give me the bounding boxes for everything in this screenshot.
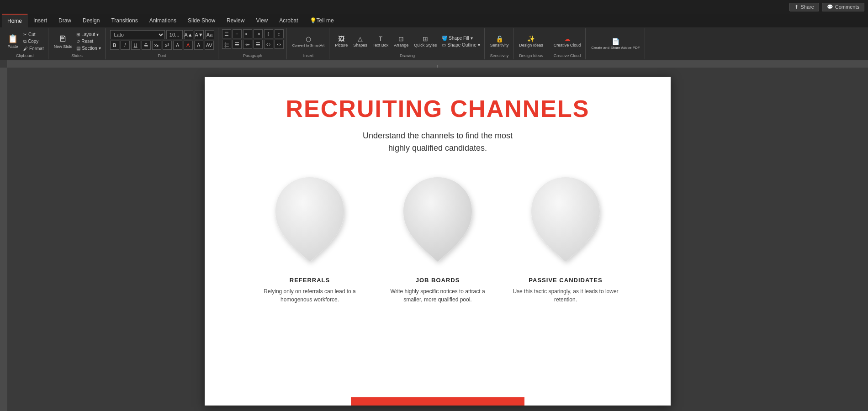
layout-icon: ⊞ — [76, 32, 80, 37]
design-ideas-button[interactable]: ✨ Design Ideas — [517, 34, 545, 48]
font-color-button[interactable]: A — [184, 41, 193, 50]
justify-button[interactable]: ☰ — [254, 40, 263, 49]
comments-button[interactable]: 💬 Comments — [822, 3, 864, 11]
tab-transitions[interactable]: Transitions — [106, 14, 143, 27]
create-share-pdf-button[interactable]: 📄 Create and Share Adobe PDF — [589, 37, 641, 51]
align-left-button[interactable]: ⬱ — [222, 40, 231, 49]
drawing-group: 🖼 Picture △ Shapes T Text Box ⊡ Arrange … — [330, 28, 485, 59]
tab-draw[interactable]: Draw — [53, 14, 77, 27]
design-ideas-icon: ✨ — [527, 35, 535, 42]
new-slide-button[interactable]: 🖹 New Slide — [52, 33, 74, 50]
reset-button[interactable]: ↺ Reset — [75, 38, 102, 44]
tab-tellme[interactable]: 💡 Tell me — [304, 14, 340, 27]
bullets-button[interactable]: ☰ — [222, 29, 231, 38]
smart-align-button[interactable]: ⇔ — [275, 40, 284, 49]
section-dropdown-icon: ▾ — [99, 46, 101, 51]
arrange-button[interactable]: ⊡ Arrange — [392, 34, 410, 48]
share-icon: ⬆ — [794, 4, 799, 10]
bold-button[interactable]: B — [110, 41, 119, 50]
cut-button[interactable]: ✂ Cut — [22, 32, 45, 37]
ribbon-tabs: Home Insert Draw Design Transitions Anim… — [0, 14, 868, 27]
copy-button[interactable]: ⧉ Copy — [22, 38, 45, 45]
shape-fill-button[interactable]: 🪣 Shape Fill ▾ — [440, 35, 481, 41]
shapes-button[interactable]: △ Shapes — [351, 34, 369, 48]
canvas-area[interactable]: RECRUITING CHANNELS Understand the chann… — [7, 68, 868, 411]
tab-home[interactable]: Home — [2, 14, 28, 27]
slide-footer-bar — [351, 397, 524, 406]
tab-view[interactable]: View — [250, 14, 274, 27]
tab-slideshow[interactable]: Slide Show — [182, 14, 221, 27]
shape-outline-button[interactable]: ▭ Shape Outline ▾ — [440, 42, 481, 48]
layout-dropdown-icon: ▾ — [96, 32, 99, 37]
clipboard-group: 📋 Paste ✂ Cut ⧉ Copy 🖌 Format Clipboard — [2, 28, 48, 59]
design-ideas-group: ✨ Design Ideas Design Ideas — [514, 28, 548, 59]
sensitivity-icon: 🔒 — [496, 35, 503, 42]
tab-review[interactable]: Review — [221, 14, 250, 27]
pin-shape-referrals — [269, 173, 351, 273]
paste-button[interactable]: 📋 Paste — [5, 33, 21, 50]
card-job-boards-title: JOB BOARDS — [416, 277, 460, 284]
font-family-select[interactable]: Lato — [110, 30, 165, 39]
ribbon-content: 📋 Paste ✂ Cut ⧉ Copy 🖌 Format Clipboard — [0, 27, 868, 60]
card-referrals: REFERRALS Relying only on referrals can … — [255, 173, 365, 304]
convert-smartart-button[interactable]: ⬡ Convert to SmartArt — [291, 35, 327, 48]
comments-icon: 💬 — [827, 4, 833, 10]
ruler-horizontal — [0, 60, 868, 68]
tab-animations[interactable]: Animations — [144, 14, 182, 27]
card-referrals-title: REFERRALS — [290, 277, 330, 284]
picture-icon: 🖼 — [338, 35, 344, 42]
creative-cloud-icon: ☁ — [564, 35, 571, 42]
text-shadow-button[interactable]: A — [173, 41, 182, 50]
font-decrease-button[interactable]: A▼ — [195, 30, 204, 39]
align-center-button[interactable]: ☰ — [233, 40, 242, 49]
sensitivity-button[interactable]: 🔒 Sensitivity — [488, 34, 511, 48]
work-area: RECRUITING CHANNELS Understand the chann… — [0, 68, 868, 411]
new-slide-icon: 🖹 — [59, 34, 67, 44]
numbering-button[interactable]: ≡ — [233, 29, 242, 38]
section-button[interactable]: ▤ Section ▾ — [75, 45, 102, 51]
ruler-vertical — [0, 68, 7, 411]
strikethrough-button[interactable]: S — [142, 41, 151, 50]
align-right-button[interactable]: ⬰ — [243, 40, 252, 49]
paste-icon: 📋 — [8, 34, 18, 44]
share-button[interactable]: ⬆ Share — [789, 3, 819, 11]
italic-button[interactable]: I — [121, 41, 130, 50]
cut-icon: ✂ — [23, 32, 27, 37]
indent-increase-button[interactable]: ⇥ — [254, 29, 263, 38]
font-clear-button[interactable]: Aa — [205, 30, 214, 39]
font-size-input[interactable] — [166, 30, 183, 39]
card-referrals-desc: Relying only on referrals can lead to a … — [255, 287, 365, 304]
creative-cloud-button[interactable]: ☁ Creative Cloud — [552, 34, 583, 48]
tab-insert[interactable]: Insert — [28, 14, 53, 27]
text-direction-button[interactable]: ⬄ — [264, 40, 273, 49]
font-increase-button[interactable]: A▲ — [184, 30, 193, 39]
creative-cloud-group: ☁ Creative Cloud Creative Cloud — [549, 28, 586, 59]
card-job-boards-desc: Write highly specific notices to attract… — [383, 287, 492, 304]
card-passive-desc: Use this tactic sparingly, as it leads t… — [511, 287, 620, 304]
format-paint-button[interactable]: 🖌 Format — [22, 46, 45, 52]
underline-button[interactable]: U — [131, 41, 140, 50]
shape-fill-icon: 🪣 — [442, 36, 447, 41]
subscript-button[interactable]: x₂ — [152, 41, 161, 50]
tab-acrobat[interactable]: Acrobat — [274, 14, 304, 27]
quick-styles-button[interactable]: ⊞ Quick Styles — [412, 34, 439, 48]
superscript-button[interactable]: x² — [163, 41, 172, 50]
indent-decrease-button[interactable]: ⇤ — [243, 29, 252, 38]
svg-rect-2 — [0, 68, 7, 411]
shape-fill-dropdown-icon: ▾ — [471, 36, 473, 41]
paragraph-group: ☰ ≡ ⇤ ⇥ ⫿ ↕ ⬱ ☰ ⬰ ☰ ⬄ ⇔ Paragraph — [219, 28, 287, 59]
layout-button[interactable]: ⊞ Layout ▾ — [75, 32, 102, 37]
text-box-button[interactable]: T Text Box — [371, 34, 391, 48]
insert-group: ⬡ Convert to SmartArt Insert — [288, 28, 330, 59]
reset-icon: ↺ — [76, 39, 80, 44]
cards-row: REFERRALS Relying only on referrals can … — [232, 173, 643, 304]
picture-button[interactable]: 🖼 Picture — [333, 34, 349, 48]
section-icon: ▤ — [76, 46, 80, 51]
line-spacing-button[interactable]: ↕ — [275, 29, 284, 38]
tab-design[interactable]: Design — [77, 14, 106, 27]
columns-button[interactable]: ⫿ — [264, 29, 273, 38]
font-group: Lato A▲ A▼ Aa B I U S x₂ x² A A A — [106, 28, 218, 59]
char-spacing-button[interactable]: AV — [205, 41, 214, 50]
highlight-button[interactable]: A — [194, 41, 203, 50]
adobe-pdf-icon: 📄 — [612, 38, 619, 45]
